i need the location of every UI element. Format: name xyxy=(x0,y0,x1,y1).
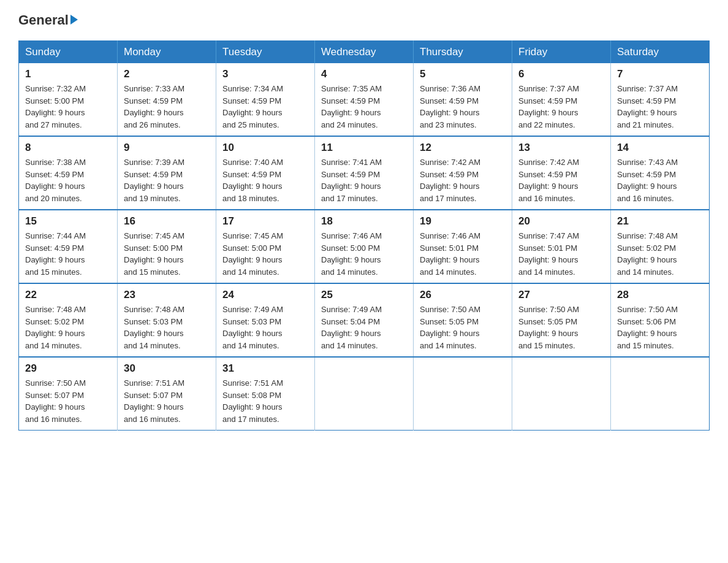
calendar-header-row: SundayMondayTuesdayWednesdayThursdayFrid… xyxy=(19,41,710,64)
calendar-cell: 24 Sunrise: 7:49 AMSunset: 5:03 PMDaylig… xyxy=(216,283,315,357)
header-saturday: Saturday xyxy=(611,41,710,64)
day-number: 3 xyxy=(222,68,308,80)
day-info: Sunrise: 7:36 AMSunset: 4:59 PMDaylight:… xyxy=(420,84,480,129)
calendar-cell xyxy=(414,357,512,431)
day-info: Sunrise: 7:46 AMSunset: 5:01 PMDaylight:… xyxy=(420,231,480,277)
calendar-cell: 9 Sunrise: 7:39 AMSunset: 4:59 PMDayligh… xyxy=(118,136,216,210)
day-number: 31 xyxy=(222,362,308,375)
header-monday: Monday xyxy=(118,41,216,64)
calendar-table: SundayMondayTuesdayWednesdayThursdayFrid… xyxy=(18,40,710,431)
calendar-cell: 28 Sunrise: 7:50 AMSunset: 5:06 PMDaylig… xyxy=(611,283,710,357)
day-number: 21 xyxy=(617,215,703,228)
day-number: 2 xyxy=(124,68,210,80)
calendar-cell: 8 Sunrise: 7:38 AMSunset: 4:59 PMDayligh… xyxy=(19,136,118,210)
day-info: Sunrise: 7:50 AMSunset: 5:06 PMDaylight:… xyxy=(617,305,678,350)
week-row-3: 15 Sunrise: 7:44 AMSunset: 4:59 PMDaylig… xyxy=(19,210,710,283)
day-info: Sunrise: 7:45 AMSunset: 5:00 PMDaylight:… xyxy=(124,231,184,277)
day-info: Sunrise: 7:37 AMSunset: 4:59 PMDaylight:… xyxy=(518,84,579,129)
day-info: Sunrise: 7:42 AMSunset: 4:59 PMDaylight:… xyxy=(518,158,579,203)
day-number: 11 xyxy=(321,142,407,154)
day-number: 4 xyxy=(321,68,407,80)
day-info: Sunrise: 7:44 AMSunset: 4:59 PMDaylight:… xyxy=(25,231,86,277)
day-number: 27 xyxy=(518,289,604,301)
header-thursday: Thursday xyxy=(414,41,512,64)
logo-general-text: General xyxy=(18,12,78,28)
week-row-4: 22 Sunrise: 7:48 AMSunset: 5:02 PMDaylig… xyxy=(19,283,710,357)
day-info: Sunrise: 7:46 AMSunset: 5:00 PMDaylight:… xyxy=(321,231,382,277)
day-info: Sunrise: 7:48 AMSunset: 5:03 PMDaylight:… xyxy=(124,305,184,350)
day-info: Sunrise: 7:42 AMSunset: 4:59 PMDaylight:… xyxy=(420,158,480,203)
day-info: Sunrise: 7:38 AMSunset: 4:59 PMDaylight:… xyxy=(25,158,86,203)
header-wednesday: Wednesday xyxy=(315,41,414,64)
day-info: Sunrise: 7:41 AMSunset: 4:59 PMDaylight:… xyxy=(321,158,382,203)
day-number: 1 xyxy=(25,68,111,80)
day-number: 12 xyxy=(420,142,506,154)
day-number: 23 xyxy=(124,289,210,301)
day-info: Sunrise: 7:40 AMSunset: 4:59 PMDaylight:… xyxy=(222,158,283,203)
calendar-cell xyxy=(611,357,710,431)
calendar-cell: 5 Sunrise: 7:36 AMSunset: 4:59 PMDayligh… xyxy=(414,63,512,136)
day-info: Sunrise: 7:37 AMSunset: 4:59 PMDaylight:… xyxy=(617,84,678,129)
calendar-cell: 2 Sunrise: 7:33 AMSunset: 4:59 PMDayligh… xyxy=(118,63,216,136)
day-info: Sunrise: 7:34 AMSunset: 4:59 PMDaylight:… xyxy=(222,84,283,129)
logo-arrow-icon xyxy=(70,15,78,25)
calendar-cell: 11 Sunrise: 7:41 AMSunset: 4:59 PMDaylig… xyxy=(315,136,414,210)
day-number: 9 xyxy=(124,142,210,154)
day-number: 6 xyxy=(518,68,604,80)
calendar-cell: 20 Sunrise: 7:47 AMSunset: 5:01 PMDaylig… xyxy=(512,210,611,283)
calendar-cell: 29 Sunrise: 7:50 AMSunset: 5:07 PMDaylig… xyxy=(19,357,118,431)
day-number: 29 xyxy=(25,362,111,375)
day-number: 16 xyxy=(124,215,210,228)
day-number: 20 xyxy=(518,215,604,228)
day-info: Sunrise: 7:48 AMSunset: 5:02 PMDaylight:… xyxy=(617,231,678,277)
week-row-5: 29 Sunrise: 7:50 AMSunset: 5:07 PMDaylig… xyxy=(19,357,710,431)
day-number: 8 xyxy=(25,142,111,154)
calendar-cell: 25 Sunrise: 7:49 AMSunset: 5:04 PMDaylig… xyxy=(315,283,414,357)
day-info: Sunrise: 7:50 AMSunset: 5:07 PMDaylight:… xyxy=(25,378,86,424)
calendar-cell xyxy=(512,357,611,431)
day-info: Sunrise: 7:50 AMSunset: 5:05 PMDaylight:… xyxy=(518,305,579,350)
logo: General xyxy=(18,12,78,28)
calendar-cell: 21 Sunrise: 7:48 AMSunset: 5:02 PMDaylig… xyxy=(611,210,710,283)
day-info: Sunrise: 7:49 AMSunset: 5:04 PMDaylight:… xyxy=(321,305,382,350)
day-number: 14 xyxy=(617,142,703,154)
day-info: Sunrise: 7:49 AMSunset: 5:03 PMDaylight:… xyxy=(222,305,283,350)
day-number: 24 xyxy=(222,289,308,301)
calendar-cell: 30 Sunrise: 7:51 AMSunset: 5:07 PMDaylig… xyxy=(118,357,216,431)
calendar-cell: 26 Sunrise: 7:50 AMSunset: 5:05 PMDaylig… xyxy=(414,283,512,357)
day-info: Sunrise: 7:43 AMSunset: 4:59 PMDaylight:… xyxy=(617,158,678,203)
day-info: Sunrise: 7:50 AMSunset: 5:05 PMDaylight:… xyxy=(420,305,480,350)
calendar-cell: 19 Sunrise: 7:46 AMSunset: 5:01 PMDaylig… xyxy=(414,210,512,283)
calendar-cell: 7 Sunrise: 7:37 AMSunset: 4:59 PMDayligh… xyxy=(611,63,710,136)
day-number: 13 xyxy=(518,142,604,154)
week-row-2: 8 Sunrise: 7:38 AMSunset: 4:59 PMDayligh… xyxy=(19,136,710,210)
calendar-cell: 3 Sunrise: 7:34 AMSunset: 4:59 PMDayligh… xyxy=(216,63,315,136)
calendar-cell: 12 Sunrise: 7:42 AMSunset: 4:59 PMDaylig… xyxy=(414,136,512,210)
day-number: 25 xyxy=(321,289,407,301)
calendar-cell: 4 Sunrise: 7:35 AMSunset: 4:59 PMDayligh… xyxy=(315,63,414,136)
calendar-cell: 17 Sunrise: 7:45 AMSunset: 5:00 PMDaylig… xyxy=(216,210,315,283)
calendar-cell: 27 Sunrise: 7:50 AMSunset: 5:05 PMDaylig… xyxy=(512,283,611,357)
calendar-cell xyxy=(315,357,414,431)
day-number: 15 xyxy=(25,215,111,228)
day-info: Sunrise: 7:33 AMSunset: 4:59 PMDaylight:… xyxy=(124,84,184,129)
day-info: Sunrise: 7:48 AMSunset: 5:02 PMDaylight:… xyxy=(25,305,86,350)
day-number: 30 xyxy=(124,362,210,375)
day-info: Sunrise: 7:32 AMSunset: 5:00 PMDaylight:… xyxy=(25,84,86,129)
day-number: 22 xyxy=(25,289,111,301)
week-row-1: 1 Sunrise: 7:32 AMSunset: 5:00 PMDayligh… xyxy=(19,63,710,136)
day-number: 10 xyxy=(222,142,308,154)
header-tuesday: Tuesday xyxy=(216,41,315,64)
calendar-cell: 10 Sunrise: 7:40 AMSunset: 4:59 PMDaylig… xyxy=(216,136,315,210)
day-info: Sunrise: 7:51 AMSunset: 5:07 PMDaylight:… xyxy=(124,378,184,424)
day-number: 17 xyxy=(222,215,308,228)
calendar-cell: 16 Sunrise: 7:45 AMSunset: 5:00 PMDaylig… xyxy=(118,210,216,283)
day-number: 19 xyxy=(420,215,506,228)
calendar-cell: 22 Sunrise: 7:48 AMSunset: 5:02 PMDaylig… xyxy=(19,283,118,357)
day-info: Sunrise: 7:39 AMSunset: 4:59 PMDaylight:… xyxy=(124,158,184,203)
day-number: 28 xyxy=(617,289,703,301)
day-number: 18 xyxy=(321,215,407,228)
day-info: Sunrise: 7:51 AMSunset: 5:08 PMDaylight:… xyxy=(222,378,283,424)
calendar-cell: 6 Sunrise: 7:37 AMSunset: 4:59 PMDayligh… xyxy=(512,63,611,136)
day-number: 7 xyxy=(617,68,703,80)
